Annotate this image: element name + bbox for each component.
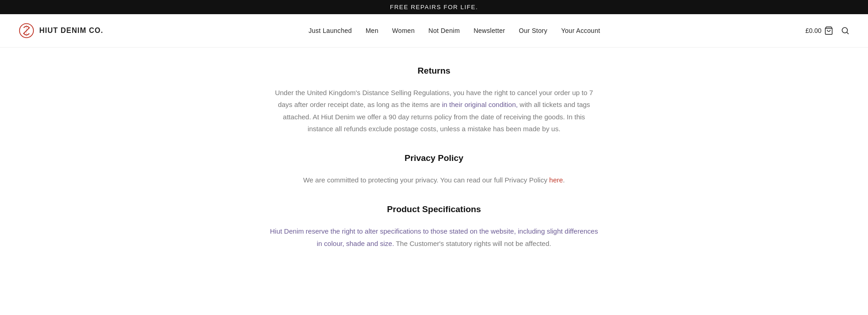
cart-area[interactable]: £0.00 [805, 26, 833, 35]
nav-icons: £0.00 [805, 26, 850, 35]
privacy-text-before: We are committed to protecting your priv… [303, 176, 549, 184]
nav-men[interactable]: Men [366, 27, 379, 34]
nav-not-denim[interactable]: Not Denim [428, 27, 460, 34]
top-banner: FREE REPAIRS FOR LIFE. [0, 0, 868, 14]
main-nav: Just Launched Men Women Not Denim Newsle… [309, 27, 600, 34]
privacy-link[interactable]: here [549, 176, 563, 184]
header: HIUT DENIM CO. Just Launched Men Women N… [0, 14, 868, 48]
cart-price: £0.00 [805, 27, 821, 34]
nav-newsletter[interactable]: Newsletter [473, 27, 505, 34]
cart-button[interactable] [824, 26, 833, 35]
logo[interactable]: HIUT DENIM CO. [18, 22, 103, 39]
privacy-title: Privacy Policy [270, 153, 599, 163]
specs-text-rest: The Customer's statutory rights will not… [394, 240, 551, 247]
returns-text-highlighted: in their original condition, [442, 101, 518, 108]
privacy-text-after: . [563, 176, 565, 184]
svg-line-4 [847, 32, 849, 34]
search-button[interactable] [841, 26, 850, 35]
product-specs-title: Product Specifications [270, 204, 599, 214]
banner-text: FREE REPAIRS FOR LIFE. [390, 4, 478, 11]
nav-your-account[interactable]: Your Account [561, 27, 600, 34]
logo-text: HIUT DENIM CO. [39, 27, 103, 35]
logo-icon [18, 22, 35, 39]
nav-our-story[interactable]: Our Story [519, 27, 547, 34]
nav-just-launched[interactable]: Just Launched [309, 27, 352, 34]
nav-women[interactable]: Women [392, 27, 415, 34]
main-content: Returns Under the United Kingdom's Dista… [261, 48, 608, 295]
returns-body: Under the United Kingdom's Distance Sell… [270, 87, 599, 135]
product-specs-body: Hiut Denim reserve the right to alter sp… [270, 225, 599, 250]
returns-title: Returns [270, 66, 599, 76]
svg-point-3 [842, 27, 847, 33]
privacy-body: We are committed to protecting your priv… [270, 174, 599, 186]
